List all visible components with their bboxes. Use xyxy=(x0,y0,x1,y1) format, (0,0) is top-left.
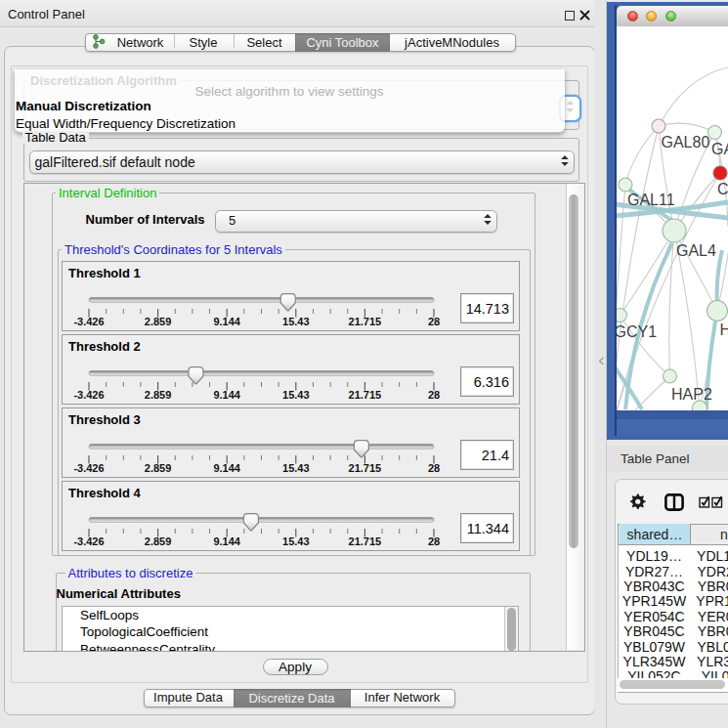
svg-text:15.43: 15.43 xyxy=(282,462,310,474)
svg-text:GAL11: GAL11 xyxy=(627,192,675,208)
svg-text:-3.426: -3.426 xyxy=(73,462,104,474)
svg-text:HAP2: HAP2 xyxy=(671,386,712,403)
svg-text:GAL80: GAL80 xyxy=(662,134,710,150)
svg-text:28: 28 xyxy=(428,535,440,547)
svg-text:28: 28 xyxy=(428,462,440,474)
svg-text:9.144: 9.144 xyxy=(213,316,240,327)
svg-text:-3.426: -3.426 xyxy=(73,389,104,401)
svg-text:15.43: 15.43 xyxy=(282,389,310,401)
svg-text:H: H xyxy=(720,321,728,338)
svg-text:2.859: 2.859 xyxy=(145,535,172,547)
svg-text:GCY1: GCY1 xyxy=(617,323,657,340)
svg-text:2.859: 2.859 xyxy=(145,389,172,401)
svg-text:15.43: 15.43 xyxy=(282,316,310,327)
svg-text:21.715: 21.715 xyxy=(349,389,382,401)
svg-text:Threshold 2: Threshold 2 xyxy=(68,339,141,354)
svg-text:2.859: 2.859 xyxy=(145,316,172,327)
svg-text:Threshold 3: Threshold 3 xyxy=(68,412,141,427)
svg-text:28: 28 xyxy=(428,389,440,401)
svg-text:C: C xyxy=(717,181,728,197)
svg-text:15.43: 15.43 xyxy=(282,535,310,547)
svg-text:9.144: 9.144 xyxy=(213,389,240,401)
svg-text:21.715: 21.715 xyxy=(349,462,382,474)
svg-text:-3.426: -3.426 xyxy=(73,316,104,327)
svg-text:Threshold 4: Threshold 4 xyxy=(68,486,141,500)
svg-text:2.859: 2.859 xyxy=(145,462,172,474)
svg-text:GA: GA xyxy=(711,141,728,157)
svg-text:Threshold 1: Threshold 1 xyxy=(68,266,141,280)
svg-text:-3.426: -3.426 xyxy=(73,535,104,547)
svg-text:21.715: 21.715 xyxy=(349,316,382,327)
svg-text:9.144: 9.144 xyxy=(213,462,240,474)
svg-text:21.715: 21.715 xyxy=(349,535,382,547)
svg-text:9.144: 9.144 xyxy=(213,535,240,547)
svg-text:GAL4: GAL4 xyxy=(676,242,716,259)
svg-text:28: 28 xyxy=(428,316,440,327)
